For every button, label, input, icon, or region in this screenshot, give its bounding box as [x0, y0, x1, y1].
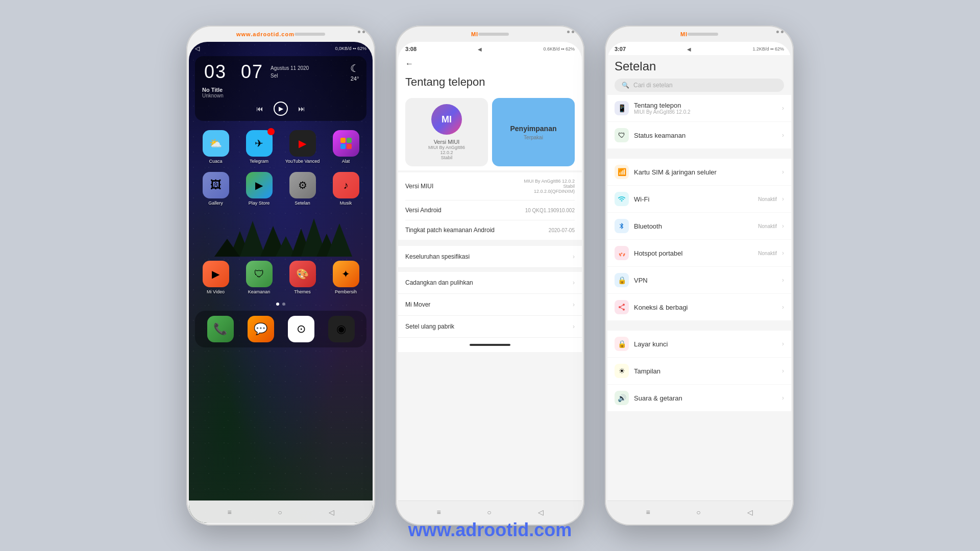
section-div-2 — [398, 268, 582, 272]
wifi-label: Wi-Fi — [634, 195, 753, 203]
telegram-badge — [267, 128, 275, 135]
connection-content: Koneksi & berbagi — [634, 304, 777, 311]
about-phone-content: Tentang telepon MIUI By AnGgIt86 12.0.2 — [634, 102, 777, 115]
home-screen: ◁ 0,0KB/d ▪▪ 62% 03 07 Agustus 11 2020 — [189, 42, 373, 523]
specs-row[interactable]: Keseluruhan spesifikasi › — [398, 246, 582, 268]
storage-card[interactable]: Penyimpanan Terpakai — [492, 98, 575, 166]
info-val-patch: 2020-07-05 — [549, 228, 575, 233]
settings-bluetooth[interactable]: Bluetooth Nonaktif › — [607, 213, 791, 240]
app-keamanan[interactable]: 🛡 Keamanan — [240, 261, 278, 294]
gesture-area — [398, 338, 582, 352]
app-youtube[interactable]: ▶ YouTube Vanced — [284, 130, 321, 164]
temp-display: 24° — [351, 76, 359, 82]
sim-content: Kartu SIM & jaringan seluler — [634, 168, 777, 176]
info-key-miui: Versi MIUI — [405, 183, 433, 190]
settings-hotspot[interactable]: Hotspot portabel Nonaktif › — [607, 240, 791, 267]
back-button[interactable]: ← — [405, 59, 413, 68]
bluetooth-value: Nonaktif — [758, 223, 777, 229]
dock-chrome[interactable]: ⊙ — [284, 316, 318, 342]
dock-phone[interactable]: 📞 — [203, 316, 237, 342]
specs-arrow: › — [573, 253, 575, 260]
settings-screen: 3:07 ◀ 1.2KB/d ▪▪ 62% Setelan 🔍 Cari di … — [607, 42, 791, 523]
phone3-menu-nav[interactable]: ≡ — [646, 508, 650, 516]
phone-1-top: www.adrootid.com — [186, 26, 375, 40]
about-phone-value: MIUI By AnGgIt86 12.0.2 — [634, 109, 777, 115]
storage-card-sub: Terpakai — [524, 135, 543, 140]
location-icon: ◁ — [195, 45, 200, 52]
phone3-back-nav[interactable]: ◁ — [747, 508, 753, 516]
themes-label: Themes — [294, 289, 311, 294]
phone-3-top: MI — [605, 26, 794, 40]
phone3-home-nav[interactable]: ○ — [696, 508, 700, 516]
phone2-back-nav[interactable]: ◁ — [538, 508, 544, 516]
settings-connection[interactable]: Koneksi & berbagi › — [607, 294, 791, 320]
youtube-label: YouTube Vanced — [285, 159, 320, 164]
app-playstore[interactable]: ▶ Play Store — [240, 172, 278, 206]
app-mivideo[interactable]: ▶ Mi Video — [197, 261, 234, 294]
settings-search-bar[interactable]: 🔍 Cari di setelan — [615, 79, 784, 92]
settings-security-status[interactable]: 🛡 Status keamanan › — [607, 122, 791, 148]
phone2-menu-nav[interactable]: ≡ — [436, 508, 440, 516]
settings-sound[interactable]: 🔊 Suara & getaran › — [607, 385, 791, 411]
settings-nav: ◀ — [687, 46, 691, 52]
mimover-row[interactable]: Mi Mover › — [398, 294, 582, 316]
miui-card-sub3: Stabil — [441, 155, 453, 160]
musik-label: Musik — [340, 201, 352, 206]
phone-1-screen: ◁ 0,0KB/d ▪▪ 62% 03 07 Agustus 11 2020 — [189, 42, 373, 523]
settings-group-3: 🔒 Layar kunci › ☀ Tampilan › 🔊 — [607, 331, 791, 411]
sound-arrow: › — [782, 394, 784, 402]
app-telegram[interactable]: ✈ Telegram — [240, 130, 278, 164]
svg-marker-1 — [240, 221, 265, 257]
prev-button[interactable]: ⏮ — [256, 105, 263, 113]
widget-weather-info: ☾ 24° — [350, 62, 359, 82]
mimover-arrow: › — [573, 301, 575, 308]
settings-lockscreen[interactable]: 🔒 Layar kunci › — [607, 331, 791, 358]
wifi-content: Wi-Fi — [634, 195, 753, 203]
sound-content: Suara & getaran — [634, 394, 777, 402]
phone-2-speaker — [567, 31, 574, 33]
app-alat[interactable]: Alat — [327, 130, 364, 164]
trees-area — [189, 211, 373, 257]
app-setelan[interactable]: ⚙ Setelan — [284, 172, 321, 206]
lockscreen-content: Layar kunci — [634, 340, 777, 348]
musik-icon: ♪ — [333, 172, 359, 198]
backup-label: Cadangkan dan pulihkan — [405, 279, 473, 286]
about-cards: MI Versi MIUI MIUI By AnGgIt86 12.0.2 St… — [398, 94, 582, 170]
app-musik[interactable]: ♪ Musik — [327, 172, 364, 206]
backup-arrow: › — [573, 279, 575, 286]
app-grid-row3: ▶ Mi Video 🛡 Keamanan 🎨 Themes — [189, 256, 373, 299]
gesture-bar — [470, 344, 510, 346]
settings-display[interactable]: ☀ Tampilan › — [607, 358, 791, 385]
settings-vpn[interactable]: 🔒 VPN › — [607, 267, 791, 294]
settings-wifi[interactable]: Wi-Fi Nonaktif › — [607, 186, 791, 213]
backup-row[interactable]: Cadangkan dan pulihkan › — [398, 272, 582, 294]
app-grid-row1: ⛅ Cuaca ✈ Telegram ▶ YouTube Vanced — [189, 125, 373, 169]
about-phone-arrow: › — [782, 105, 784, 112]
sound-label: Suara & getaran — [634, 394, 777, 402]
reset-row[interactable]: Setel ulang pabrik › — [398, 316, 582, 338]
settings-about-phone[interactable]: 📱 Tentang telepon MIUI By AnGgIt86 12.0.… — [607, 95, 791, 122]
phone2-home-nav[interactable]: ○ — [487, 508, 491, 516]
widget-day: Sel — [271, 72, 309, 80]
app-themes[interactable]: 🎨 Themes — [284, 261, 321, 294]
widget-time: 03 07 — [202, 61, 265, 83]
alat-icon — [333, 130, 359, 157]
about-nav: ◀ — [478, 46, 482, 52]
dock-messages[interactable]: 💬 — [243, 316, 278, 342]
dock-camera[interactable]: ◉ — [324, 316, 358, 342]
app-gallery[interactable]: 🖼 Gallery — [197, 172, 234, 206]
phone-1-speaker — [358, 31, 365, 33]
bluetooth-content: Bluetooth — [634, 222, 753, 230]
about-info-section: Versi MIUI MIUI By AnGgIt86 12.0.2Stabil… — [398, 172, 582, 240]
app-pembersih[interactable]: ✦ Pembersih — [327, 261, 364, 294]
app-cuaca[interactable]: ⛅ Cuaca — [197, 130, 234, 164]
next-button[interactable]: ⏭ — [298, 105, 305, 113]
miui-card[interactable]: MI Versi MIUI MIUI By AnGgIt86 12.0.2 St… — [405, 98, 488, 166]
play-button[interactable]: ▶ — [274, 102, 288, 116]
widget-song-title: No Title — [202, 87, 359, 93]
hotspot-arrow: › — [782, 249, 784, 257]
app-dock: 📞 💬 ⊙ ◉ — [195, 311, 366, 347]
settings-sim[interactable]: 📶 Kartu SIM & jaringan seluler › — [607, 159, 791, 186]
info-val-group-miui: MIUI By AnGgIt86 12.0.2Stabil12.0.2.0(QF… — [524, 179, 575, 194]
display-icon: ☀ — [615, 364, 629, 378]
